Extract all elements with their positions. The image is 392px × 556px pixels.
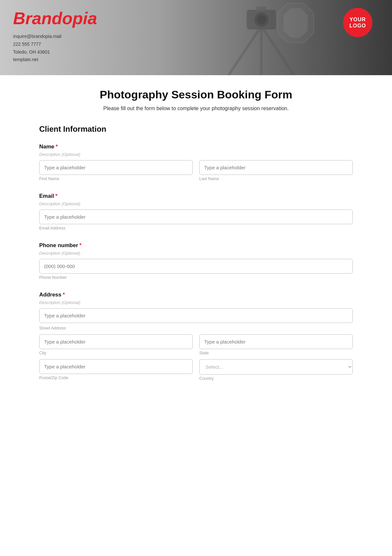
state-input[interactable] [199, 334, 353, 349]
last-name-hint: Last Name [199, 177, 353, 181]
section-client-heading: Client Information [39, 125, 353, 134]
svg-marker-8 [284, 8, 308, 38]
zip-col: Postal/Zip Code [39, 359, 193, 381]
phone-hint: Phone Number [39, 275, 353, 280]
city-hint: City [39, 351, 193, 355]
zip-country-row: Postal/Zip Code Select... United States … [39, 359, 353, 381]
name-description: Description (Optional) [39, 152, 353, 157]
svg-line-0 [229, 26, 261, 75]
phone-description: Description (Optional) [39, 251, 353, 256]
last-name-input[interactable] [199, 160, 353, 175]
name-field-group: Name* Description (Optional) First Name … [39, 143, 353, 181]
first-name-input[interactable] [39, 160, 193, 175]
address-description: Description (Optional) [39, 300, 353, 305]
email-hint: Email Address [39, 226, 353, 230]
logo-text: YOURLOGO [349, 16, 366, 29]
name-label: Name* [39, 143, 353, 150]
email-description: Description (Optional) [39, 201, 353, 206]
last-name-col: Last Name [199, 160, 353, 181]
address-field-group: Address* Description (Optional) Street A… [39, 292, 353, 381]
contact-phone: 222 555 7777 [13, 41, 97, 48]
phone-input[interactable] [39, 259, 353, 274]
name-required-marker: * [56, 143, 58, 150]
contact-website: template.net [13, 56, 97, 64]
city-input[interactable] [39, 334, 193, 349]
country-select[interactable]: Select... United States Canada United Ki… [199, 359, 353, 375]
form-subtitle: Please fill out the form below to comple… [39, 106, 353, 111]
header-contact: inquire@brandopia.mail 222 555 7777 Tole… [13, 33, 97, 64]
address-required-marker: * [63, 292, 65, 298]
brand-name: Brandopia [13, 10, 97, 27]
address-label: Address* [39, 292, 353, 298]
main-content: Photography Session Booking Form Please … [0, 75, 392, 412]
email-label: Email* [39, 193, 353, 199]
state-col: State [199, 334, 353, 355]
country-hint: Country [199, 376, 353, 381]
phone-label: Phone number* [39, 242, 353, 249]
city-col: City [39, 334, 193, 355]
phone-required-marker: * [79, 242, 82, 248]
street-address-input[interactable] [39, 308, 353, 323]
country-col: Select... United States Canada United Ki… [199, 359, 353, 381]
contact-email: inquire@brandopia.mail [13, 33, 97, 41]
email-input[interactable] [39, 210, 353, 224]
page-header: Brandopia inquire@brandopia.mail 222 555… [0, 0, 392, 75]
studio-graphic [196, 0, 327, 75]
zip-hint: Postal/Zip Code [39, 376, 193, 380]
svg-rect-6 [256, 7, 266, 11]
name-field-row: First Name Last Name [39, 160, 353, 181]
first-name-col: First Name [39, 160, 193, 181]
zip-input[interactable] [39, 359, 193, 374]
state-hint: State [199, 351, 353, 355]
phone-field-group: Phone number* Description (Optional) Pho… [39, 242, 353, 280]
email-field-group: Email* Description (Optional) Email Addr… [39, 193, 353, 230]
email-required-marker: * [55, 193, 57, 199]
contact-address: Toledo, OH 43601 [13, 48, 97, 56]
logo-circle: YOURLOGO [343, 8, 372, 37]
svg-point-5 [257, 15, 266, 24]
street-hint: Street Address [39, 326, 353, 330]
city-state-row: City State [39, 334, 353, 355]
first-name-hint: First Name [39, 177, 193, 181]
header-left: Brandopia inquire@brandopia.mail 222 555… [0, 0, 110, 74]
form-title: Photography Session Booking Form [39, 88, 353, 101]
